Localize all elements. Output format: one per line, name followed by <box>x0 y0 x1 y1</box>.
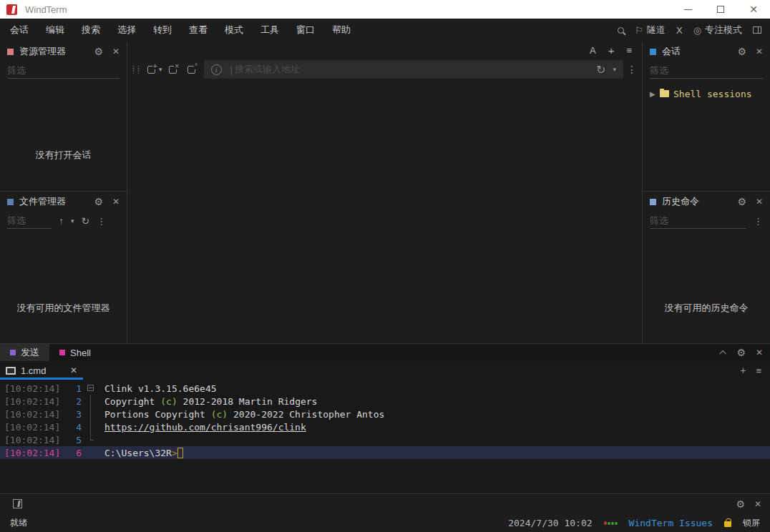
tab-1cmd[interactable]: 1.cmd ✕ <box>0 361 83 380</box>
new-tab-icon[interactable]: + <box>740 365 746 376</box>
app-title: WindTerm <box>25 4 67 15</box>
line-text: Clink v1.3.15.6e6e45 <box>100 383 217 394</box>
lock-screen-button[interactable]: 锁屏 <box>743 517 760 529</box>
bottom-panel: 发送 Shell ⚙ ✕ 1.cmd ✕ + ≡ [10:02:14]1–Cli… <box>0 343 770 493</box>
info-icon[interactable]: i <box>211 64 222 75</box>
menu-item[interactable]: 转到 <box>145 19 180 41</box>
menu-item[interactable]: 窗口 <box>288 19 323 41</box>
menu-bar-right: ⚐ 隧道 X ◎ 专注模式 <box>618 24 770 36</box>
session-filter-input[interactable]: 筛选 <box>650 63 763 79</box>
drag-grip[interactable]: ⋮⋮⋮⋮ <box>130 66 139 72</box>
history-filter-input[interactable]: 筛选 <box>650 213 746 229</box>
refresh-icon[interactable]: ↻ <box>82 215 90 227</box>
menu-item[interactable]: 查看 <box>180 19 216 41</box>
history-empty-text: 没有可用的历史命令 <box>665 302 749 315</box>
close-icon: ✕ <box>749 4 758 14</box>
session-panel-icon <box>650 49 656 55</box>
file-tab-label: 1.cmd <box>21 365 46 376</box>
close-tab-icon[interactable]: ✕ <box>70 365 77 375</box>
history-panel-header: 历史命令 ⚙ ✕ <box>643 192 770 212</box>
session-filter-row: 筛选 <box>643 61 770 80</box>
fold-line <box>82 395 100 408</box>
menu-item[interactable]: 模式 <box>216 19 252 41</box>
tab-shell[interactable]: Shell <box>49 344 101 361</box>
terminal-line: [10:02:14]1–Clink v1.3.15.6e6e45 <box>0 382 770 395</box>
tab-send[interactable]: 发送 <box>0 344 49 361</box>
lower-panel-strip: ⚙ ✕ <box>0 493 770 513</box>
right-sidebar: 会话 ⚙ ✕ 筛选 ▶ Shell sessions 历史命令 <box>642 41 770 343</box>
menu-item[interactable]: 选择 <box>109 19 145 41</box>
toolbar-more-icon[interactable]: ⋮ <box>626 64 638 75</box>
layout-icon[interactable] <box>753 26 761 34</box>
close-button[interactable]: ✕ <box>737 0 770 19</box>
up-arrow-icon[interactable]: ↑ <box>59 215 64 227</box>
cmd-file-icon <box>6 367 16 375</box>
tunnel-button[interactable]: ⚐ 隧道 <box>635 24 666 36</box>
close-icon[interactable]: ✕ <box>756 47 763 56</box>
gear-icon[interactable]: ⚙ <box>94 46 103 56</box>
fold-marker-icon[interactable]: – <box>82 382 100 395</box>
address-dropdown-icon[interactable]: ▾ <box>613 66 616 73</box>
minimize-button[interactable] <box>671 0 704 19</box>
menu-item[interactable]: 编辑 <box>37 19 73 41</box>
add-icon[interactable]: + <box>608 44 615 56</box>
terminal-line: [10:02:14]5 <box>0 433 770 446</box>
menu-item[interactable]: 会话 <box>0 19 37 41</box>
close-session-button[interactable]: × <box>164 61 182 77</box>
menu-items: 会话编辑搜索选择转到查看模式工具窗口帮助 <box>0 19 359 41</box>
line-number: 2 <box>62 396 82 407</box>
menu-item[interactable]: 工具 <box>252 19 288 41</box>
close-icon[interactable]: ✕ <box>756 197 763 206</box>
menu-item[interactable]: 帮助 <box>323 19 359 41</box>
more-menu-icon[interactable]: ⋮ <box>97 216 106 227</box>
x-button[interactable]: X <box>676 25 683 36</box>
reload-icon[interactable]: ↻ <box>596 63 605 77</box>
file-manager-panel-title: 文件管理器 <box>19 195 66 208</box>
file-manager-filter-input[interactable]: 筛选 <box>7 213 52 229</box>
history-empty-area: 没有可用的历史命令 <box>643 230 770 343</box>
tree-expand-icon[interactable]: ▶ <box>650 90 656 98</box>
gear-icon[interactable]: ⚙ <box>736 348 746 358</box>
font-a-icon[interactable]: A <box>590 45 596 56</box>
shell-tab-icon <box>59 350 65 355</box>
focus-mode-button[interactable]: ◎ 专注模式 <box>693 24 742 36</box>
window-controls: ✕ <box>671 0 770 19</box>
gear-icon[interactable]: ⚙ <box>737 46 746 56</box>
menu-bar: 会话编辑搜索选择转到查看模式工具窗口帮助 ⚐ 隧道 X ◎ 专注模式 <box>0 19 770 41</box>
left-sidebar: 资源管理器 ⚙ ✕ 筛选 没有打开会话 文件管理器 ⚙ ✕ <box>0 41 127 343</box>
line-text: Copyright (c) 2012-2018 Martin Ridgers <box>100 396 317 407</box>
close-icon[interactable]: ✕ <box>756 348 763 357</box>
windterm-issues-link[interactable]: WindTerm Issues <box>629 518 713 528</box>
new-session-button[interactable]: + <box>142 61 160 77</box>
terminal-output[interactable]: [10:02:14]1–Clink v1.3.15.6e6e45[10:02:1… <box>0 380 770 493</box>
explorer-filter-input[interactable]: 筛选 <box>7 63 120 79</box>
close-icon[interactable]: ✕ <box>754 500 761 508</box>
tree-item-shell-sessions[interactable]: ▶ Shell sessions <box>650 86 764 102</box>
fold-line <box>82 446 100 459</box>
hamburger-menu-icon[interactable]: ≡ <box>626 45 632 56</box>
focus-mode-label: 专注模式 <box>705 24 742 36</box>
reopen-session-button[interactable]: ° <box>182 61 201 77</box>
file-manager-panel-header: 文件管理器 ⚙ ✕ <box>0 192 127 212</box>
maximize-button[interactable] <box>704 0 737 19</box>
gear-icon[interactable]: ⚙ <box>737 197 746 207</box>
status-bar: 就绪 2024/7/30 10:02 WindTerm Issues 锁屏 <box>0 513 770 532</box>
line-timestamp: [10:02:14] <box>0 396 62 407</box>
line-text: https://github.com/chrisant996/clink <box>100 422 306 433</box>
flag-icon: ⚐ <box>635 25 643 36</box>
address-bar[interactable]: i | 搜索或输入地址 ↻ ▾ <box>204 60 623 79</box>
windterm-panel-icon[interactable] <box>13 499 22 508</box>
more-menu-icon[interactable]: ⋮ <box>754 216 763 227</box>
line-number: 3 <box>62 409 82 420</box>
close-icon[interactable]: ✕ <box>112 47 120 56</box>
menu-item[interactable]: 搜索 <box>73 19 109 41</box>
line-number: 6 <box>62 448 82 458</box>
search-icon[interactable] <box>618 27 624 34</box>
chevron-down-icon[interactable]: ▾ <box>71 217 74 225</box>
tab-list-icon[interactable]: ≡ <box>756 365 761 376</box>
collapse-panel-icon[interactable] <box>720 350 727 357</box>
gear-icon[interactable]: ⚙ <box>736 499 745 509</box>
gear-icon[interactable]: ⚙ <box>94 197 103 207</box>
terminal-line: [10:02:14]6C:\Users\32R> <box>0 446 770 459</box>
close-icon[interactable]: ✕ <box>112 197 120 206</box>
